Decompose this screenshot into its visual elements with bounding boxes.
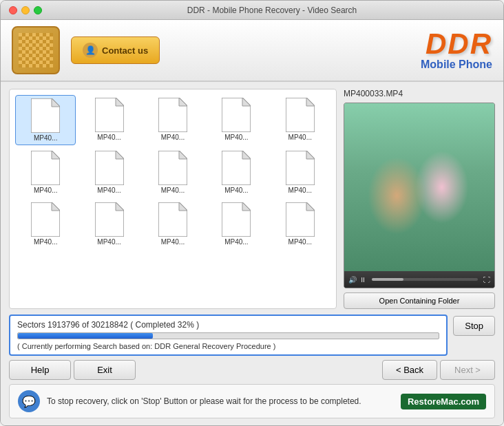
- traffic-lights: [9, 6, 42, 14]
- info-bar: 💬 To stop recovery, click on 'Stop' Butt…: [9, 384, 495, 418]
- file-icon: [158, 98, 187, 132]
- progress-section: Sectors 1913796 of 30218842 ( Completed …: [9, 315, 495, 356]
- file-label: MP40...: [97, 134, 120, 141]
- list-item[interactable]: MP40...: [143, 95, 203, 145]
- info-icon: 💬: [18, 390, 40, 412]
- play-pause-icon[interactable]: ⏸: [359, 276, 366, 284]
- file-label: MP40...: [34, 134, 57, 142]
- video-progress-track[interactable]: [372, 278, 478, 281]
- list-item[interactable]: MP40...: [143, 148, 203, 197]
- list-item[interactable]: MP40...: [15, 148, 76, 197]
- progress-bar-fill: [18, 333, 153, 339]
- file-label: MP40...: [161, 187, 185, 194]
- svg-marker-15: [179, 151, 187, 159]
- main-window: DDR - Mobile Phone Recovery - Video Sear…: [0, 0, 504, 426]
- bottom-nav: Help Exit < Back Next >: [9, 360, 495, 380]
- exit-button[interactable]: Exit: [74, 360, 136, 380]
- preview-image: [344, 103, 494, 271]
- svg-marker-3: [116, 98, 124, 106]
- svg-marker-29: [306, 202, 315, 211]
- file-icon: [222, 98, 251, 132]
- file-label: MP40...: [288, 187, 312, 194]
- close-button[interactable]: [9, 6, 17, 14]
- svg-rect-35: [378, 160, 413, 182]
- info-message: To stop recovery, click on 'Stop' Button…: [47, 396, 394, 406]
- file-icon: [95, 98, 124, 132]
- list-item[interactable]: MP40...: [78, 148, 139, 197]
- video-progress-fill: [372, 278, 403, 281]
- nav-spacer: [138, 360, 379, 380]
- file-label: MP40...: [288, 134, 312, 141]
- preview-panel: MP400033.MP4: [344, 89, 495, 309]
- progress-status-text: ( Currently performing Search based on: …: [17, 342, 439, 350]
- restore-badge: RestoreMac.com: [401, 394, 486, 409]
- fullscreen-icon[interactable]: ⛶: [483, 276, 490, 284]
- list-item[interactable]: MP40...: [15, 95, 76, 145]
- svg-marker-23: [116, 202, 124, 211]
- file-grid-container[interactable]: MP40... MP40... MP40...: [9, 89, 337, 309]
- svg-point-39: [452, 134, 479, 168]
- logo-checker: [19, 33, 53, 67]
- file-label: MP40...: [34, 238, 57, 246]
- file-label: MP40...: [288, 238, 312, 246]
- svg-marker-13: [116, 151, 124, 159]
- list-item[interactable]: MP40...: [78, 95, 139, 145]
- contact-icon: 👤: [83, 43, 98, 58]
- file-icon: [31, 98, 60, 133]
- svg-marker-1: [52, 98, 60, 107]
- file-label: MP40...: [161, 134, 185, 141]
- file-icon: [222, 202, 251, 237]
- file-icon: [158, 202, 187, 237]
- list-item[interactable]: MP40...: [270, 148, 330, 197]
- svg-rect-33: [379, 175, 412, 233]
- svg-marker-11: [52, 151, 60, 159]
- svg-marker-7: [242, 98, 251, 106]
- contact-button[interactable]: 👤 Contact us: [71, 36, 160, 64]
- brand: DDR Mobile Phone: [421, 30, 492, 71]
- file-label: MP40...: [97, 238, 120, 246]
- preview-box: 🔊 ⏸ ⛶: [344, 103, 495, 288]
- file-icon: [286, 202, 315, 237]
- file-label: MP40...: [224, 187, 248, 194]
- file-grid: MP40... MP40... MP40...: [15, 95, 330, 248]
- file-label: MP40...: [34, 187, 57, 194]
- svg-marker-17: [242, 151, 251, 159]
- file-label: MP40...: [97, 187, 120, 194]
- svg-rect-31: [344, 103, 494, 191]
- list-item[interactable]: MP40...: [270, 200, 330, 248]
- brand-subtitle: Mobile Phone: [421, 58, 492, 71]
- list-item[interactable]: MP40...: [270, 95, 330, 145]
- progress-box: Sectors 1913796 of 30218842 ( Completed …: [9, 315, 448, 356]
- volume-icon[interactable]: 🔊: [348, 276, 357, 284]
- minimize-button[interactable]: [21, 6, 30, 14]
- file-icon: [95, 151, 124, 185]
- back-button[interactable]: < Back: [382, 360, 437, 380]
- svg-rect-40: [344, 238, 494, 271]
- progress-sectors-text: Sectors 1913796 of 30218842 ( Completed …: [17, 320, 439, 330]
- list-item[interactable]: MP40...: [143, 200, 203, 248]
- svg-marker-19: [306, 151, 315, 159]
- brand-name: DDR: [421, 30, 492, 58]
- svg-marker-5: [179, 98, 187, 106]
- titlebar: DDR - Mobile Phone Recovery - Video Sear…: [1, 1, 503, 20]
- file-icon: [286, 98, 315, 132]
- window-title: DDR - Mobile Phone Recovery - Video Sear…: [49, 6, 495, 15]
- help-button[interactable]: Help: [9, 360, 71, 380]
- list-item[interactable]: MP40...: [206, 148, 266, 197]
- stop-button[interactable]: Stop: [453, 316, 495, 336]
- file-icon: [286, 151, 315, 185]
- list-item[interactable]: MP40...: [15, 200, 76, 248]
- list-item[interactable]: MP40...: [78, 200, 139, 248]
- next-button[interactable]: Next >: [440, 360, 495, 380]
- app-logo: [12, 26, 60, 74]
- video-controls: 🔊 ⏸ ⛶: [344, 271, 494, 288]
- open-folder-button[interactable]: Open Containing Folder: [344, 292, 495, 309]
- svg-marker-21: [52, 202, 60, 211]
- list-item[interactable]: MP40...: [206, 200, 266, 248]
- file-icon: [158, 151, 187, 185]
- list-item[interactable]: MP40...: [206, 95, 266, 145]
- svg-rect-37: [434, 171, 463, 229]
- header: 👤 Contact us DDR Mobile Phone: [1, 20, 503, 82]
- file-label: MP40...: [224, 238, 248, 246]
- maximize-button[interactable]: [34, 6, 42, 14]
